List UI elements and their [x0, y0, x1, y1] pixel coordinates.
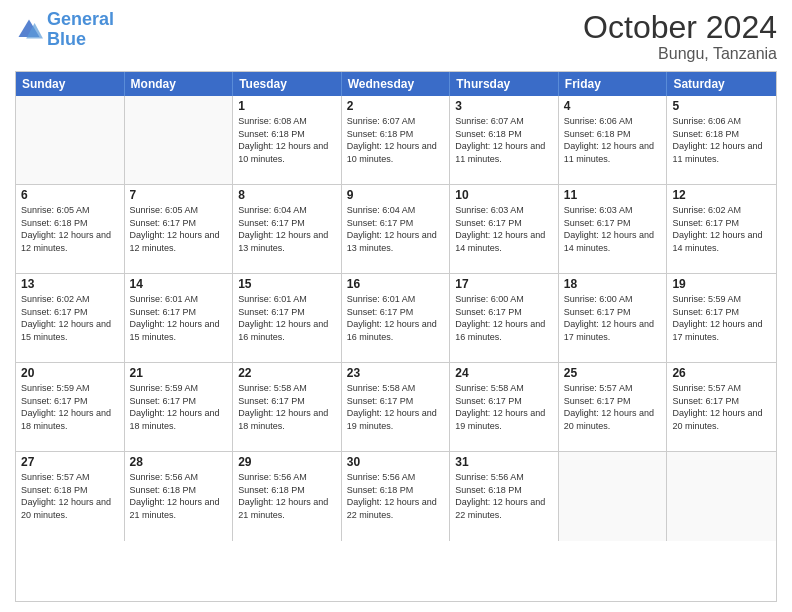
day-number: 22 — [238, 366, 336, 380]
day-number: 6 — [21, 188, 119, 202]
calendar-cell: 29Sunrise: 5:56 AMSunset: 6:18 PMDayligh… — [233, 452, 342, 541]
calendar-cell: 6Sunrise: 6:05 AMSunset: 6:18 PMDaylight… — [16, 185, 125, 273]
day-info: Sunrise: 6:03 AMSunset: 6:17 PMDaylight:… — [564, 204, 662, 254]
day-number: 26 — [672, 366, 771, 380]
weekday-header: Sunday — [16, 72, 125, 96]
day-info: Sunrise: 5:58 AMSunset: 6:17 PMDaylight:… — [455, 382, 553, 432]
calendar-cell: 24Sunrise: 5:58 AMSunset: 6:17 PMDayligh… — [450, 363, 559, 451]
day-info: Sunrise: 6:03 AMSunset: 6:17 PMDaylight:… — [455, 204, 553, 254]
location: Bungu, Tanzania — [583, 45, 777, 63]
day-number: 16 — [347, 277, 445, 291]
day-info: Sunrise: 6:00 AMSunset: 6:17 PMDaylight:… — [455, 293, 553, 343]
calendar-cell: 10Sunrise: 6:03 AMSunset: 6:17 PMDayligh… — [450, 185, 559, 273]
day-number: 9 — [347, 188, 445, 202]
day-number: 21 — [130, 366, 228, 380]
day-number: 10 — [455, 188, 553, 202]
day-number: 13 — [21, 277, 119, 291]
month-title: October 2024 — [583, 10, 777, 45]
calendar-cell: 25Sunrise: 5:57 AMSunset: 6:17 PMDayligh… — [559, 363, 668, 451]
day-number: 2 — [347, 99, 445, 113]
logo-text: General Blue — [47, 10, 114, 50]
logo-line1: General — [47, 9, 114, 29]
day-info: Sunrise: 5:59 AMSunset: 6:17 PMDaylight:… — [21, 382, 119, 432]
calendar-row: 13Sunrise: 6:02 AMSunset: 6:17 PMDayligh… — [16, 274, 776, 363]
calendar-cell: 17Sunrise: 6:00 AMSunset: 6:17 PMDayligh… — [450, 274, 559, 362]
calendar-cell: 2Sunrise: 6:07 AMSunset: 6:18 PMDaylight… — [342, 96, 451, 184]
header: General Blue October 2024 Bungu, Tanzani… — [15, 10, 777, 63]
calendar-cell: 12Sunrise: 6:02 AMSunset: 6:17 PMDayligh… — [667, 185, 776, 273]
day-info: Sunrise: 6:00 AMSunset: 6:17 PMDaylight:… — [564, 293, 662, 343]
day-number: 18 — [564, 277, 662, 291]
day-info: Sunrise: 5:56 AMSunset: 6:18 PMDaylight:… — [455, 471, 553, 521]
day-info: Sunrise: 5:56 AMSunset: 6:18 PMDaylight:… — [238, 471, 336, 521]
day-info: Sunrise: 6:04 AMSunset: 6:17 PMDaylight:… — [347, 204, 445, 254]
calendar-cell: 11Sunrise: 6:03 AMSunset: 6:17 PMDayligh… — [559, 185, 668, 273]
day-number: 14 — [130, 277, 228, 291]
day-info: Sunrise: 6:07 AMSunset: 6:18 PMDaylight:… — [455, 115, 553, 165]
day-info: Sunrise: 6:07 AMSunset: 6:18 PMDaylight:… — [347, 115, 445, 165]
day-number: 30 — [347, 455, 445, 469]
day-number: 11 — [564, 188, 662, 202]
day-number: 23 — [347, 366, 445, 380]
day-number: 7 — [130, 188, 228, 202]
day-info: Sunrise: 5:59 AMSunset: 6:17 PMDaylight:… — [672, 293, 771, 343]
calendar-row: 1Sunrise: 6:08 AMSunset: 6:18 PMDaylight… — [16, 96, 776, 185]
calendar-cell: 21Sunrise: 5:59 AMSunset: 6:17 PMDayligh… — [125, 363, 234, 451]
day-info: Sunrise: 6:08 AMSunset: 6:18 PMDaylight:… — [238, 115, 336, 165]
day-info: Sunrise: 5:56 AMSunset: 6:18 PMDaylight:… — [347, 471, 445, 521]
calendar-cell: 3Sunrise: 6:07 AMSunset: 6:18 PMDaylight… — [450, 96, 559, 184]
day-info: Sunrise: 6:05 AMSunset: 6:17 PMDaylight:… — [130, 204, 228, 254]
calendar-cell: 18Sunrise: 6:00 AMSunset: 6:17 PMDayligh… — [559, 274, 668, 362]
day-number: 31 — [455, 455, 553, 469]
calendar: SundayMondayTuesdayWednesdayThursdayFrid… — [15, 71, 777, 602]
day-number: 29 — [238, 455, 336, 469]
calendar-cell — [16, 96, 125, 184]
day-info: Sunrise: 5:57 AMSunset: 6:17 PMDaylight:… — [564, 382, 662, 432]
day-number: 27 — [21, 455, 119, 469]
calendar-cell: 4Sunrise: 6:06 AMSunset: 6:18 PMDaylight… — [559, 96, 668, 184]
calendar-cell: 28Sunrise: 5:56 AMSunset: 6:18 PMDayligh… — [125, 452, 234, 541]
weekday-header: Monday — [125, 72, 234, 96]
weekday-header: Wednesday — [342, 72, 451, 96]
calendar-cell: 14Sunrise: 6:01 AMSunset: 6:17 PMDayligh… — [125, 274, 234, 362]
day-number: 15 — [238, 277, 336, 291]
day-number: 8 — [238, 188, 336, 202]
calendar-cell: 7Sunrise: 6:05 AMSunset: 6:17 PMDaylight… — [125, 185, 234, 273]
weekday-header: Friday — [559, 72, 668, 96]
calendar-cell: 9Sunrise: 6:04 AMSunset: 6:17 PMDaylight… — [342, 185, 451, 273]
day-number: 1 — [238, 99, 336, 113]
day-info: Sunrise: 6:01 AMSunset: 6:17 PMDaylight:… — [347, 293, 445, 343]
day-number: 17 — [455, 277, 553, 291]
calendar-cell: 23Sunrise: 5:58 AMSunset: 6:17 PMDayligh… — [342, 363, 451, 451]
title-block: October 2024 Bungu, Tanzania — [583, 10, 777, 63]
weekday-header: Thursday — [450, 72, 559, 96]
calendar-row: 20Sunrise: 5:59 AMSunset: 6:17 PMDayligh… — [16, 363, 776, 452]
calendar-cell — [667, 452, 776, 541]
calendar-cell: 8Sunrise: 6:04 AMSunset: 6:17 PMDaylight… — [233, 185, 342, 273]
calendar-cell: 15Sunrise: 6:01 AMSunset: 6:17 PMDayligh… — [233, 274, 342, 362]
calendar-cell: 22Sunrise: 5:58 AMSunset: 6:17 PMDayligh… — [233, 363, 342, 451]
weekday-header: Saturday — [667, 72, 776, 96]
calendar-cell: 19Sunrise: 5:59 AMSunset: 6:17 PMDayligh… — [667, 274, 776, 362]
calendar-row: 27Sunrise: 5:57 AMSunset: 6:18 PMDayligh… — [16, 452, 776, 541]
calendar-cell: 13Sunrise: 6:02 AMSunset: 6:17 PMDayligh… — [16, 274, 125, 362]
logo-line2: Blue — [47, 29, 86, 49]
day-number: 3 — [455, 99, 553, 113]
day-info: Sunrise: 5:57 AMSunset: 6:17 PMDaylight:… — [672, 382, 771, 432]
calendar-cell: 5Sunrise: 6:06 AMSunset: 6:18 PMDaylight… — [667, 96, 776, 184]
calendar-cell: 20Sunrise: 5:59 AMSunset: 6:17 PMDayligh… — [16, 363, 125, 451]
calendar-row: 6Sunrise: 6:05 AMSunset: 6:18 PMDaylight… — [16, 185, 776, 274]
calendar-cell: 1Sunrise: 6:08 AMSunset: 6:18 PMDaylight… — [233, 96, 342, 184]
day-info: Sunrise: 6:04 AMSunset: 6:17 PMDaylight:… — [238, 204, 336, 254]
day-number: 24 — [455, 366, 553, 380]
calendar-cell: 26Sunrise: 5:57 AMSunset: 6:17 PMDayligh… — [667, 363, 776, 451]
calendar-cell — [559, 452, 668, 541]
day-info: Sunrise: 5:56 AMSunset: 6:18 PMDaylight:… — [130, 471, 228, 521]
day-number: 28 — [130, 455, 228, 469]
day-info: Sunrise: 6:06 AMSunset: 6:18 PMDaylight:… — [672, 115, 771, 165]
day-number: 19 — [672, 277, 771, 291]
day-number: 4 — [564, 99, 662, 113]
calendar-cell: 27Sunrise: 5:57 AMSunset: 6:18 PMDayligh… — [16, 452, 125, 541]
day-info: Sunrise: 6:02 AMSunset: 6:17 PMDaylight:… — [672, 204, 771, 254]
day-info: Sunrise: 6:01 AMSunset: 6:17 PMDaylight:… — [238, 293, 336, 343]
